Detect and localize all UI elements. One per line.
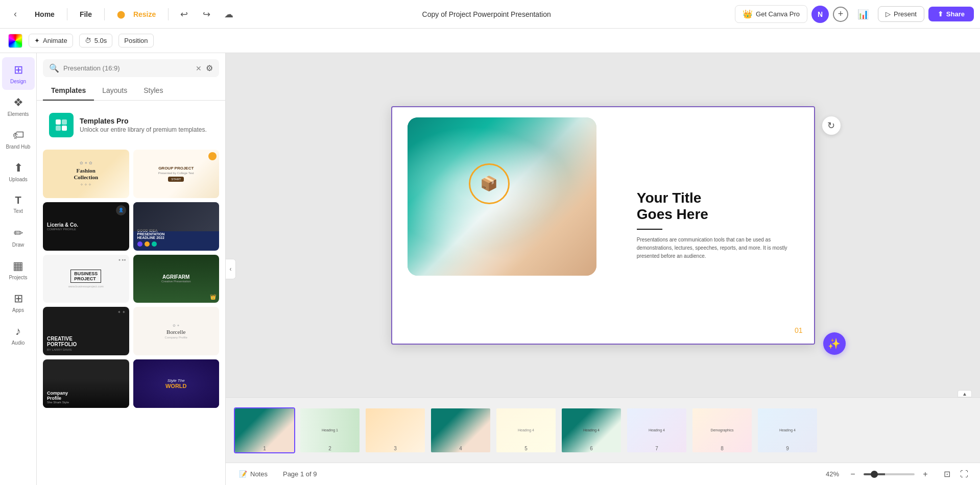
draw-icon: ✏ xyxy=(14,227,23,240)
film-slide-9[interactable]: Heading 4 9 xyxy=(757,407,818,453)
sidebar-item-draw[interactable]: ✏ Draw xyxy=(2,221,35,253)
add-collaborator-button[interactable]: + xyxy=(833,7,848,22)
share-icon: ⬆ xyxy=(938,10,943,18)
zoom-slider[interactable] xyxy=(864,473,915,475)
zoom-in-button[interactable]: + xyxy=(918,467,933,482)
template-card-fashion[interactable]: ✿ ✦ ✿ FashionCollection ✧ ✧ ✧ xyxy=(43,150,129,198)
panel: 🔍 ✕ ⚙ Templates Layouts Styles xyxy=(37,53,226,485)
template-card-liceria[interactable]: 👤 Liceria & Co. COMPANY PROFILE xyxy=(43,202,129,251)
company-title: CompanyProfile xyxy=(47,391,69,401)
slide-title: Your Title Goes Here xyxy=(637,190,801,223)
search-input[interactable] xyxy=(63,64,192,72)
sidebar-item-audio[interactable]: ♪ Audio xyxy=(2,319,35,351)
film-slide-2[interactable]: Heading 1 2 xyxy=(299,407,361,453)
animate-button[interactable]: ✦ Animate xyxy=(29,34,73,47)
avatar[interactable]: N xyxy=(811,6,829,23)
sidebar-item-elements[interactable]: ❖ Elements xyxy=(2,90,35,123)
back-button[interactable]: ‹ xyxy=(6,5,25,23)
filmstrip: 1 Heading 1 2 3 4 H xyxy=(226,397,980,463)
filmstrip-toggle[interactable]: ▲ xyxy=(958,390,972,397)
sidebar-label-text: Text xyxy=(13,208,22,214)
fullscreen-button[interactable]: ⛶ xyxy=(957,467,972,482)
canva-pro-label: Get Canva Pro xyxy=(756,10,800,18)
film-slide-5[interactable]: Heading 4 5 xyxy=(495,407,557,453)
templates-pro-desc: Unlock our entire library of premium tem… xyxy=(80,126,207,133)
templates-pro-banner[interactable]: Templates Pro Unlock our entire library … xyxy=(43,107,219,143)
film-slide-6[interactable]: Heading 4 6 xyxy=(561,407,622,453)
template-card-company[interactable]: CompanyProfile She Shark Style xyxy=(43,359,129,408)
sidebar-item-design[interactable]: ⊞ Design xyxy=(2,57,35,90)
undo-button[interactable]: ↩ xyxy=(175,5,193,23)
tab-styles[interactable]: Styles xyxy=(135,81,171,101)
present-button[interactable]: ▷ Present xyxy=(878,6,924,22)
sidebar-item-uploads[interactable]: ⬆ Uploads xyxy=(2,155,35,188)
file-button[interactable]: File xyxy=(74,7,98,21)
template-card-corporate[interactable]: GOOD IDEAPRESENTATIONHEADLINE 2022 xyxy=(133,202,220,251)
crown-icon: 👑 xyxy=(743,9,753,19)
template-card-agrifarm[interactable]: 👑 AGRIFARM Creative Presentation xyxy=(133,255,220,303)
home-button[interactable]: Home xyxy=(29,7,61,21)
resize-label: Resize xyxy=(133,10,156,18)
uploads-icon: ⬆ xyxy=(14,161,23,175)
search-icon: 🔍 xyxy=(49,63,59,73)
search-filter-icon[interactable]: ⚙ xyxy=(206,63,213,73)
sidebar-label-draw: Draw xyxy=(12,242,24,248)
text-icon: T xyxy=(15,195,21,206)
slide-canvas[interactable]: 📦 Your Title Goes Here Presentations are… xyxy=(391,106,815,345)
borcelle-title: Borcelle xyxy=(166,329,185,335)
tab-templates[interactable]: Templates xyxy=(43,81,94,101)
zoom-level: 42% xyxy=(826,470,839,478)
template-grid: ✿ ✦ ✿ FashionCollection ✧ ✧ ✧ GROUP PROJ… xyxy=(43,150,219,408)
sidebar-item-text[interactable]: T Text xyxy=(2,188,35,221)
projects-icon: ▦ xyxy=(13,259,23,273)
timer-value: 5.0s xyxy=(94,37,107,44)
panel-tabs: Templates Layouts Styles xyxy=(37,81,225,101)
slide-logo-icon: 📦 xyxy=(480,175,498,192)
template-card-business[interactable]: ● ●● BUSINESSPROJECT www.businessproject… xyxy=(43,255,129,303)
tab-layouts[interactable]: Layouts xyxy=(94,81,135,101)
apps-icon: ⊞ xyxy=(14,292,23,305)
film-slide-8[interactable]: Demographics 8 xyxy=(691,407,753,453)
slide-logo-circle: 📦 xyxy=(469,163,510,204)
search-clear-icon[interactable]: ✕ xyxy=(196,64,202,72)
share-button[interactable]: ⬆ Share xyxy=(928,7,974,21)
slide-description: Presentations are communication tools th… xyxy=(637,236,801,260)
sidebar-item-projects[interactable]: ▦ Projects xyxy=(2,253,35,286)
film-slide-3[interactable]: 3 xyxy=(365,407,426,453)
sidebar-item-brand-hub[interactable]: 🏷 Brand Hub xyxy=(2,123,35,155)
template-card-group[interactable]: GROUP PROJECT Presented by College Test … xyxy=(133,150,220,198)
template-card-world[interactable]: Style The WORLD xyxy=(133,359,220,408)
slide-image-area: 📦 xyxy=(408,117,596,276)
refresh-button[interactable]: ↻ xyxy=(822,116,841,135)
filmstrip-wrapper: ▲ 1 Heading 1 2 3 xyxy=(226,397,980,463)
sidebar-label-uploads: Uploads xyxy=(9,177,28,182)
business-title: BUSINESSPROJECT xyxy=(70,270,101,283)
home-label: Home xyxy=(35,10,55,18)
zoom-slider-wrap: − + xyxy=(845,467,933,482)
world-title: WORLD xyxy=(165,383,187,389)
zoom-out-button[interactable]: − xyxy=(845,467,861,482)
film-slide-1[interactable]: 1 xyxy=(234,407,295,453)
template-card-portfolio[interactable]: ✦ ✦ CreativePORTFOLIO BY LARRY DAVIS xyxy=(43,307,129,355)
fit-view-button[interactable]: ⊡ xyxy=(939,467,954,482)
film-slide-7[interactable]: Heading 4 7 xyxy=(626,407,687,453)
get-canva-pro-button[interactable]: 👑 Get Canva Pro xyxy=(735,5,807,23)
film-slide-4[interactable]: 4 xyxy=(430,407,491,453)
animate-icon: ✦ xyxy=(34,37,40,44)
timer-button[interactable]: ⏱ 5.0s xyxy=(79,34,113,47)
sidebar-item-apps[interactable]: ⊞ Apps xyxy=(2,286,35,319)
analytics-button[interactable]: 📊 xyxy=(852,6,874,23)
notes-button[interactable]: 📝 Notes xyxy=(234,468,273,480)
redo-button[interactable]: ↪ xyxy=(197,5,216,23)
color-wheel[interactable] xyxy=(8,34,22,48)
audio-icon: ♪ xyxy=(15,325,21,338)
position-button[interactable]: Position xyxy=(118,34,153,47)
main-layout: ⊞ Design ❖ Elements 🏷 Brand Hub ⬆ Upload… xyxy=(0,53,980,485)
slide-divider xyxy=(637,229,662,230)
left-sidebar: ⊞ Design ❖ Elements 🏷 Brand Hub ⬆ Upload… xyxy=(0,53,37,485)
magic-button[interactable]: ✨ xyxy=(823,332,846,355)
template-card-borcelle[interactable]: ✿ ✦ Borcelle Company Profile xyxy=(133,307,220,355)
save-button[interactable]: ☁ xyxy=(220,5,238,23)
animate-label: Animate xyxy=(43,37,67,44)
resize-button[interactable]: ⬤ Resize xyxy=(111,7,162,21)
